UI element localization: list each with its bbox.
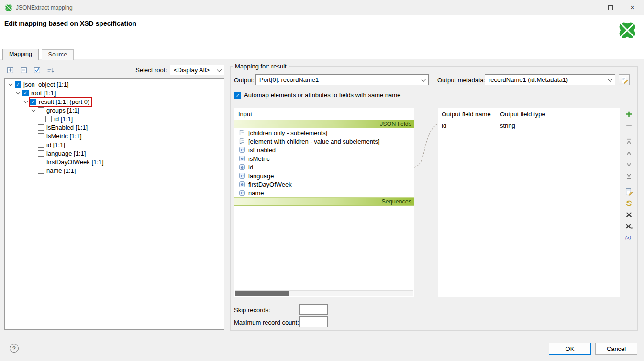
move-bottom-button[interactable] [624,170,635,181]
app-icon [5,4,12,11]
expand-toggle-icon[interactable] [22,98,30,105]
expand-toggle-icon[interactable] [30,106,37,114]
automap-button[interactable] [624,198,635,208]
tree-node-label: root [1:1] [31,90,56,97]
tree-node-checkbox[interactable] [38,168,44,174]
twisty-spacer [30,167,37,174]
tree-node-checkbox[interactable] [38,124,44,131]
output-port-value: Port[0]: recordName1 [259,76,319,83]
input-field-label: id [248,164,253,171]
expand-toggle-icon[interactable] [14,89,22,97]
input-field-item[interactable]: eisEnabled [234,146,414,154]
output-fields-table: Output field nameOutput field type idstr… [438,108,620,297]
output-table-cell: id [438,122,497,129]
tree-node[interactable]: result [1:1] (port 0) [5,97,224,106]
tree-node-label: isMetric [1:1] [46,133,82,140]
question-icon: ? [12,345,16,352]
input-field-item[interactable]: elanguage [234,171,414,180]
tree-node[interactable]: groups [1:1] [5,106,224,114]
remove-field-button[interactable] [624,120,635,131]
tree-node[interactable]: id [1:1] [5,114,224,123]
automap-checkbox[interactable] [234,92,241,99]
edit-metadata-button[interactable] [624,186,635,197]
skip-records-input[interactable] [299,304,328,315]
twisty-spacer [30,149,37,157]
cancel-button[interactable]: Cancel [595,343,637,355]
output-table-header: Output field nameOutput field type [438,108,620,120]
output-table-row[interactable]: idstring [438,120,620,131]
highlighted-node: result [1:1] (port 0) [30,98,91,106]
tree-order-button[interactable] [46,65,56,75]
window-title: JSONExtract mapping [16,4,73,11]
move-up-button[interactable] [624,147,635,158]
tree-node[interactable]: id [1:1] [5,140,224,149]
max-record-count-input[interactable] [299,316,328,327]
input-field-item[interactable]: eisMetric [234,154,414,163]
tree-node[interactable]: json_object [1:1] [5,80,224,89]
remove-mapping-button[interactable] [624,209,635,220]
tree-node-checkbox[interactable] [45,116,52,122]
collapse-all-button[interactable] [19,65,30,75]
output-port-dropdown[interactable]: Port[0]: recordName1 [255,74,429,85]
expand-toggle-icon[interactable] [7,80,14,88]
edit-metadata-button[interactable] [619,74,630,85]
chevron-down-icon [421,77,426,82]
tree-node-checkbox[interactable] [15,81,21,88]
input-field-item[interactable]: [element with children - value and subel… [234,137,414,146]
tree-node[interactable]: firstDayOfWeek [1:1] [5,158,224,166]
expression-button[interactable]: (x) [624,232,635,243]
page-title: Edit mapping based on XSD specification [4,20,136,27]
move-down-button[interactable] [624,159,635,169]
tab-source[interactable]: Source [42,49,74,60]
minimize-button[interactable] [577,0,600,15]
remove-all-mappings-button[interactable] [624,221,635,231]
tree-node[interactable]: isMetric [1:1] [5,132,224,140]
twisty-spacer [37,115,45,123]
tree-toolbar: Select root: <Display All> [4,63,224,77]
tree-node[interactable]: root [1:1] [5,89,224,97]
tree-node-checkbox[interactable] [30,99,36,105]
tree-node[interactable]: language [1:1] [5,149,224,158]
horizontal-scrollbar[interactable] [235,290,413,296]
close-button[interactable]: × [622,0,644,15]
node-content: isEnabled [1:1] [37,124,89,132]
output-table-column-header[interactable]: Output field name [438,111,497,118]
tree-node[interactable]: name [1:1] [5,166,224,175]
input-field-item[interactable]: [children only - subelements] [234,128,414,137]
xsd-tree-panel: json_object [1:1]root [1:1]result [1:1] … [4,78,224,330]
ok-button[interactable]: OK [549,343,591,355]
edit-metadata-icon [625,188,633,196]
output-metadata-dropdown[interactable]: recordName1 (id:Metadata1) [485,74,615,85]
input-field-item[interactable]: ename [234,189,414,197]
expand-all-button[interactable] [6,65,16,75]
tree-node-checkbox[interactable] [22,90,29,96]
input-field-item[interactable]: efirstDayOfWeek [234,180,414,189]
maximize-button[interactable] [600,0,622,15]
tree-node-checkbox[interactable] [38,150,44,157]
move-up-icon [625,149,633,157]
tree-node-label: name [1:1] [46,167,76,174]
input-field-item[interactable]: eid [234,163,414,171]
add-field-button[interactable] [624,109,635,119]
select-root-dropdown[interactable]: <Display All> [170,65,224,75]
output-table-column-header[interactable]: Output field type [497,111,556,118]
move-top-button[interactable] [624,136,635,147]
tab-mapping[interactable]: Mapping [2,49,39,60]
tree-node-checkbox[interactable] [38,142,44,148]
tree-node-checkbox[interactable] [38,159,44,165]
output-metadata-label: Output metadata: [437,77,485,84]
automap-label: Automap elements or attributes to fields… [244,91,400,99]
check-elements-button[interactable] [33,65,43,75]
add-field-icon [625,110,633,118]
scrollbar-thumb[interactable] [235,291,289,296]
select-root-value: <Display All> [174,67,210,74]
tree-node-checkbox[interactable] [38,133,44,139]
tree-node-checkbox[interactable] [38,107,44,113]
edit-metadata-icon [620,76,628,84]
twisty-spacer [30,124,37,131]
output-label: Output: [234,77,255,84]
tree-node[interactable]: isEnabled [1:1] [5,123,224,132]
output-metadata-value: recordName1 (id:Metadata1) [489,76,568,83]
help-button[interactable]: ? [10,344,19,353]
element-icon: e [239,172,245,179]
